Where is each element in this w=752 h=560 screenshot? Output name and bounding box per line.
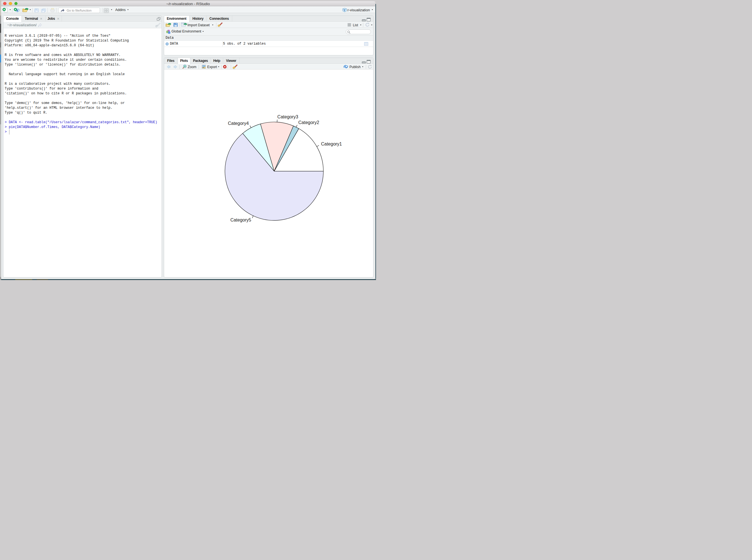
svg-text:Category1: Category1 [321, 142, 342, 146]
svg-text:R: R [344, 9, 345, 12]
svg-text:Category5: Category5 [230, 218, 251, 223]
svg-text:Category2: Category2 [298, 120, 319, 125]
svg-text:Category4: Category4 [228, 121, 249, 126]
svg-text:Category3: Category3 [277, 115, 298, 120]
